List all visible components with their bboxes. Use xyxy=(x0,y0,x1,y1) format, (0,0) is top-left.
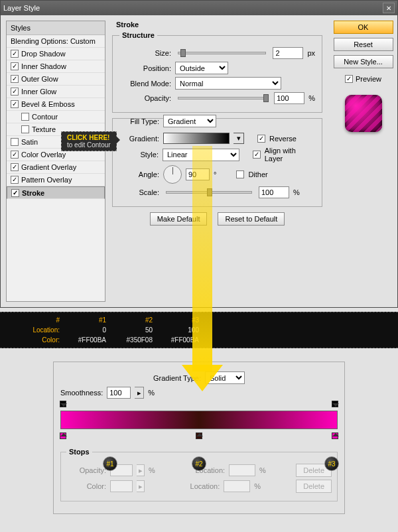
angle-label: Angle: xyxy=(119,170,159,178)
style-checkbox[interactable] xyxy=(11,151,19,159)
style-label: Color Overlay xyxy=(21,151,66,159)
style-item-bevel-emboss[interactable]: Bevel & Emboss xyxy=(7,98,105,111)
reverse-label: Reverse xyxy=(269,135,297,143)
style-checkbox[interactable] xyxy=(11,138,19,146)
angle-input[interactable] xyxy=(186,168,210,180)
opacity-stop-left[interactable] xyxy=(60,401,66,407)
align-checkbox[interactable] xyxy=(253,151,261,159)
style-item-inner-shadow[interactable]: Inner Shadow xyxy=(7,60,105,73)
style-item-outer-glow[interactable]: Outer Glow xyxy=(7,73,105,86)
stops-legend: Stops xyxy=(66,448,92,456)
reset-default-button[interactable]: Reset to Default xyxy=(218,212,285,226)
scale-label: Scale: xyxy=(119,188,159,196)
style-checkbox[interactable] xyxy=(11,189,19,197)
chevron-down-icon[interactable]: ▾ xyxy=(233,133,244,144)
style-label: Satin xyxy=(21,138,38,146)
style-preview xyxy=(345,95,382,132)
structure-legend: Structure xyxy=(119,31,157,39)
angle-dial[interactable] xyxy=(163,165,182,184)
style-item-drop-shadow[interactable]: Drop Shadow xyxy=(7,48,105,60)
style-label: Gradient Overlay xyxy=(21,163,76,171)
reset-button[interactable]: Reset xyxy=(334,38,393,51)
layer-style-dialog: Layer Style ✕ Styles Blending Options: C… xyxy=(0,0,398,308)
close-icon[interactable]: ✕ xyxy=(383,3,395,13)
filltype-label: Fill Type: xyxy=(119,117,159,125)
style-item-contour[interactable]: Contour xyxy=(7,111,105,123)
style-checkbox[interactable] xyxy=(11,62,19,70)
opacity-input[interactable] xyxy=(274,92,304,104)
ok-button[interactable]: OK xyxy=(334,21,393,34)
align-label: Align with Layer xyxy=(265,147,315,163)
blendmode-select[interactable]: Normal xyxy=(175,77,281,90)
gradstyle-select[interactable]: Linear xyxy=(163,149,239,161)
style-checkbox[interactable] xyxy=(21,113,29,121)
structure-group: Structure Size: px Position: Outside Ble… xyxy=(112,31,322,113)
style-item-pattern-overlay[interactable]: Pattern Overlay xyxy=(7,174,105,186)
callout-line2: to edit Contour xyxy=(67,141,111,149)
dither-label: Dither xyxy=(248,170,267,178)
badge-1: #1 xyxy=(103,456,117,471)
style-checkbox[interactable] xyxy=(11,50,19,58)
filltype-select[interactable]: Gradient xyxy=(163,115,216,127)
style-label: Bevel & Emboss xyxy=(21,100,75,108)
smoothness-unit: % xyxy=(148,389,155,397)
size-slider[interactable] xyxy=(178,52,266,54)
style-label: Inner Shadow xyxy=(21,62,66,70)
size-input[interactable] xyxy=(273,47,303,59)
stop-opacity-label: Opacity: xyxy=(66,466,106,474)
preview-label: Preview xyxy=(356,75,381,83)
opacity-label: Opacity: xyxy=(119,94,171,102)
chevron-right-icon: ▸ xyxy=(137,480,145,492)
gradient-editor: Gradient Type: Solid Smoothness: ▸ % #1 … xyxy=(53,362,345,514)
callout-tooltip: CLICK HERE! to edit Contour xyxy=(61,131,117,151)
style-checkbox[interactable] xyxy=(11,176,19,184)
callout-line1: CLICK HERE! xyxy=(67,134,111,141)
style-checkbox[interactable] xyxy=(11,75,19,83)
angle-unit: ° xyxy=(214,170,216,178)
color-stop-1[interactable] xyxy=(60,432,66,439)
style-label: Pattern Overlay xyxy=(21,176,72,184)
opacity-slider[interactable] xyxy=(178,97,267,100)
chevron-right-icon[interactable]: ▸ xyxy=(135,387,144,399)
dialog-buttons: OK Reset New Style... Preview xyxy=(329,21,392,302)
gradient-swatch[interactable] xyxy=(163,133,230,144)
style-label: Contour xyxy=(32,113,58,121)
style-label: Texture xyxy=(32,125,56,133)
style-checkbox[interactable] xyxy=(21,125,29,133)
stop-location-input xyxy=(229,464,255,476)
gradient-bar[interactable] xyxy=(60,411,338,429)
make-default-button[interactable]: Make Default xyxy=(150,212,208,226)
style-item-inner-glow[interactable]: Inner Glow xyxy=(7,86,105,98)
preview-checkbox[interactable] xyxy=(345,75,353,83)
dialog-title: Layer Style xyxy=(3,4,40,12)
delete-color-button: Delete xyxy=(296,480,332,493)
size-unit: px xyxy=(307,49,315,57)
blending-options[interactable]: Blending Options: Custom xyxy=(7,35,105,48)
style-item-gradient-overlay[interactable]: Gradient Overlay xyxy=(7,161,105,174)
color-stop-2[interactable] xyxy=(196,432,202,439)
style-label: Outer Glow xyxy=(21,75,58,83)
gradtype-label: Gradient Type: xyxy=(153,374,201,382)
smoothness-label: Smoothness: xyxy=(60,389,103,397)
new-style-button[interactable]: New Style... xyxy=(334,55,393,68)
chevron-right-icon: ▸ xyxy=(137,464,145,476)
gradtype-select[interactable]: Solid xyxy=(205,371,245,384)
style-checkbox[interactable] xyxy=(11,163,19,171)
scale-slider[interactable] xyxy=(166,191,252,194)
opacity-stop-right[interactable] xyxy=(332,401,338,407)
gradient-label: Gradient: xyxy=(119,135,159,143)
position-select[interactable]: Outside xyxy=(175,62,228,74)
style-item-stroke[interactable]: Stroke xyxy=(7,186,105,199)
style-checkbox[interactable] xyxy=(11,100,19,108)
scale-unit: % xyxy=(293,188,300,196)
smoothness-input[interactable] xyxy=(107,387,131,399)
scale-input[interactable] xyxy=(259,186,289,198)
col-num: # xyxy=(0,316,60,324)
titlebar[interactable]: Layer Style ✕ xyxy=(1,1,397,15)
styles-header[interactable]: Styles xyxy=(7,21,105,35)
dither-checkbox[interactable] xyxy=(236,170,244,178)
reverse-checkbox[interactable] xyxy=(257,135,265,143)
color-stop-3[interactable] xyxy=(332,432,338,439)
badge-2: #2 xyxy=(192,456,206,471)
style-checkbox[interactable] xyxy=(11,88,19,96)
